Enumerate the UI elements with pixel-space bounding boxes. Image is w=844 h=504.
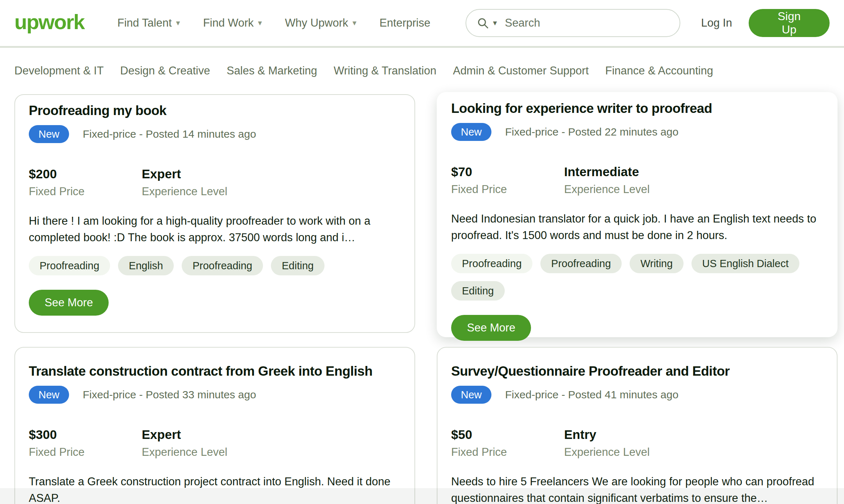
experience-label: Experience Level xyxy=(142,445,227,459)
price-value: $50 xyxy=(451,427,564,442)
skill-tag: Proofreading xyxy=(29,256,110,275)
job-facts: $300 Fixed Price Expert Experience Level xyxy=(29,427,401,459)
see-more-button[interactable]: See More xyxy=(29,290,109,316)
upwork-logo[interactable]: upwork xyxy=(14,12,84,35)
header: upwork Find Talent ▾ Find Work ▾ Why Upw… xyxy=(0,0,844,46)
experience-value: Intermediate xyxy=(564,165,650,179)
price-label: Fixed Price xyxy=(29,445,142,459)
skill-tag: Proofreading xyxy=(182,256,263,275)
nav-item-find-talent[interactable]: Find Talent ▾ xyxy=(117,17,180,29)
category-item-design-creative[interactable]: Design & Creative xyxy=(120,64,210,77)
skill-tag: US English Dialect xyxy=(691,254,799,273)
nav-item-find-work[interactable]: Find Work ▾ xyxy=(203,17,262,29)
job-description: Needs to hire 5 Freelancers We are looki… xyxy=(451,473,818,504)
nav-item-enterprise[interactable]: Enterprise xyxy=(380,17,430,29)
price-label: Fixed Price xyxy=(451,183,564,196)
price-label: Fixed Price xyxy=(451,445,564,459)
job-meta: Fixed-price - Posted 33 minutes ago xyxy=(83,389,256,401)
price-value: $70 xyxy=(451,165,564,179)
search-scope-selector[interactable]: ▾ xyxy=(476,17,497,29)
price-label: Fixed Price xyxy=(29,185,142,198)
search-bar[interactable]: ▾ xyxy=(466,9,680,37)
login-link[interactable]: Log In xyxy=(701,17,732,29)
experience-label: Experience Level xyxy=(142,185,227,198)
skill-tag: Proofreading xyxy=(540,254,622,273)
job-title[interactable]: Proofreading my book xyxy=(29,103,401,119)
job-facts: $200 Fixed Price Expert Experience Level xyxy=(29,167,401,198)
badge-row: New Fixed-price - Posted 33 minutes ago xyxy=(29,386,401,404)
experience-label: Experience Level xyxy=(564,183,650,196)
job-facts: $50 Fixed Price Entry Experience Level xyxy=(451,427,823,459)
job-facts: $70 Fixed Price Intermediate Experience … xyxy=(451,165,823,196)
job-card[interactable]: Looking for experience writer to proofre… xyxy=(437,92,838,337)
skill-tag: Editing xyxy=(451,281,505,301)
upwork-job-feed-page: upwork Find Talent ▾ Find Work ▾ Why Upw… xyxy=(0,0,844,504)
signup-button[interactable]: Sign Up xyxy=(749,9,830,37)
category-item-sales-marketing[interactable]: Sales & Marketing xyxy=(227,64,317,77)
price-value: $300 xyxy=(29,427,142,442)
search-icon xyxy=(476,17,489,29)
job-card[interactable]: Proofreading my book New Fixed-price - P… xyxy=(14,94,415,333)
job-description: Need Indonesian translator for a quick j… xyxy=(451,211,818,244)
skill-tags: Proofreading English Proofreading Editin… xyxy=(29,256,401,275)
main-nav: Find Talent ▾ Find Work ▾ Why Upwork ▾ E… xyxy=(117,17,430,29)
new-badge: New xyxy=(451,123,491,141)
nav-item-why-upwork[interactable]: Why Upwork ▾ xyxy=(285,17,357,29)
job-title[interactable]: Looking for experience writer to proofre… xyxy=(451,101,823,116)
search-input[interactable] xyxy=(504,16,669,30)
chevron-down-icon: ▾ xyxy=(353,19,357,27)
chevron-down-icon: ▾ xyxy=(176,19,180,27)
job-card[interactable]: Survey/Questionnaire Proofreader and Edi… xyxy=(437,347,838,504)
category-item-development-it[interactable]: Development & IT xyxy=(14,64,104,77)
new-badge: New xyxy=(451,386,491,404)
see-more-button[interactable]: See More xyxy=(451,315,531,341)
job-meta: Fixed-price - Posted 14 minutes ago xyxy=(83,128,256,140)
category-nav: Development & IT Design & Creative Sales… xyxy=(0,48,844,77)
price-value: $200 xyxy=(29,167,142,181)
experience-value: Entry xyxy=(564,427,650,442)
skill-tags: Proofreading Proofreading Writing US Eng… xyxy=(451,254,823,301)
skill-tag: English xyxy=(118,256,174,275)
chevron-down-icon: ▾ xyxy=(493,19,497,27)
job-title[interactable]: Survey/Questionnaire Proofreader and Edi… xyxy=(451,363,823,379)
category-item-admin-customer-support[interactable]: Admin & Customer Support xyxy=(453,64,589,77)
new-badge: New xyxy=(29,386,69,404)
badge-row: New Fixed-price - Posted 41 minutes ago xyxy=(451,386,823,404)
skill-tag: Editing xyxy=(271,256,325,275)
category-item-finance-accounting[interactable]: Finance & Accounting xyxy=(605,64,713,77)
job-description: Translate a Greek construction project c… xyxy=(29,473,396,504)
job-title[interactable]: Translate construction contract from Gre… xyxy=(29,363,401,379)
skill-tag: Writing xyxy=(630,254,684,273)
skill-tag: Proofreading xyxy=(451,254,532,273)
badge-row: New Fixed-price - Posted 14 minutes ago xyxy=(29,125,401,143)
experience-value: Expert xyxy=(142,427,227,442)
job-meta: Fixed-price - Posted 22 minutes ago xyxy=(505,126,679,138)
badge-row: New Fixed-price - Posted 22 minutes ago xyxy=(451,123,823,141)
new-badge: New xyxy=(29,125,69,143)
job-description: Hi there ! I am looking for a high-quali… xyxy=(29,213,396,246)
job-card[interactable]: Translate construction contract from Gre… xyxy=(14,347,415,504)
experience-label: Experience Level xyxy=(564,445,650,459)
job-meta: Fixed-price - Posted 41 minutes ago xyxy=(505,389,679,401)
category-item-writing-translation[interactable]: Writing & Translation xyxy=(334,64,436,77)
chevron-down-icon: ▾ xyxy=(258,19,262,27)
experience-value: Expert xyxy=(142,167,227,181)
